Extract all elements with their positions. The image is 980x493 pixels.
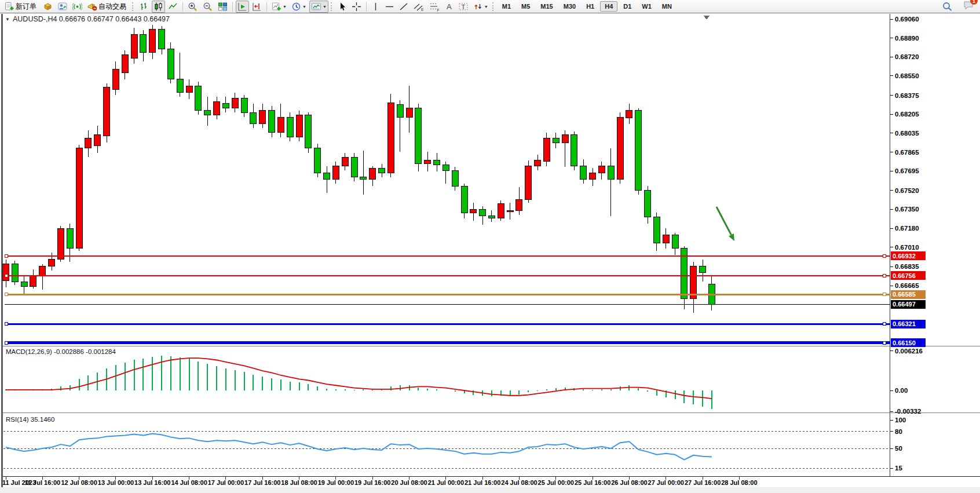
auto-scroll-button[interactable] [236,1,249,13]
fibonacci-button[interactable]: F [427,1,442,13]
candle [324,173,330,180]
autotrading-button[interactable]: 自动交易 [85,1,130,13]
macd-label: MACD(12,26,9) -0.002886 -0.001284 [6,348,116,355]
line-handle[interactable] [883,274,886,277]
price-label: 0.66756 [893,272,916,279]
new-order-button[interactable]: 新订单 [3,1,40,13]
candle [406,108,412,117]
toolbar-separator [266,2,267,12]
candle [287,117,293,137]
line-handle[interactable] [883,293,886,296]
line-handle[interactable] [5,341,8,344]
zoom-out-button[interactable] [201,1,215,13]
chart-collapse-icon[interactable]: ▼ [5,17,10,22]
indicators-button[interactable]: ▼ [270,1,288,13]
time-axis-label: 20 Jul 08:00 [391,479,427,486]
timeframe-button-m30[interactable]: M30 [559,1,580,12]
search-button[interactable] [940,1,955,13]
timeframe-button-m15[interactable]: M15 [536,1,557,12]
price-axis-label: 0.68205 [895,111,919,118]
line-handle[interactable] [5,274,8,277]
arrows-button[interactable]: ▼ [471,1,490,13]
cursor-button[interactable] [336,1,349,13]
zoom-in-button[interactable] [186,1,200,13]
arrow-tools-icon [473,2,483,12]
window-left-edge [1,14,3,487]
chevron-down-icon[interactable]: ▼ [323,5,327,9]
chart-canvas[interactable]: 0.690600.688900.687200.685500.683750.682… [0,0,980,493]
line-handle[interactable] [883,254,886,257]
candle [12,264,18,282]
trendline-button[interactable] [397,1,411,13]
community-button[interactable] [56,1,70,13]
macd-axis-label: 0.00 [895,387,908,394]
chevron-down-icon[interactable]: ▼ [484,5,488,9]
notification-badge[interactable]: 1 [970,0,978,5]
candle [277,117,284,133]
candle [663,235,669,243]
price-axis-label: 0.68720 [895,53,919,60]
line-handle[interactable] [883,323,886,326]
periods-button[interactable]: ▼ [290,1,308,13]
timeframe-button-mn[interactable]: MN [657,1,677,12]
candle [626,111,632,118]
toolbar-gripper[interactable] [331,2,334,11]
tile-windows-button[interactable] [216,1,229,13]
svg-text:E: E [421,8,424,12]
horizontal-line-button[interactable] [383,1,396,13]
chevron-down-icon[interactable]: ▼ [283,5,287,9]
line-handle[interactable] [5,293,8,296]
candle [177,79,183,93]
candle [434,160,440,165]
candle [332,166,339,180]
price-axis-label: 0.67520 [895,187,919,194]
notifications-button[interactable]: 1 [963,0,974,13]
time-axis-label: 11 Jul 16:00 [24,479,60,486]
candle [452,170,458,186]
candle [461,186,467,213]
price-axis-label: 0.66665 [895,282,919,289]
line-handle[interactable] [5,254,8,257]
candle [488,216,495,218]
text-button[interactable]: A [443,1,455,13]
candle [195,86,202,110]
price-label: 0.66150 [893,339,916,346]
candle [232,98,238,108]
time-axis-label: 13 Jul 16:00 [134,479,170,486]
market-depth-button[interactable] [41,1,54,13]
candle [259,111,266,124]
line-handle[interactable] [883,341,886,344]
crosshair-button[interactable] [350,1,363,13]
timeframe-button-d1[interactable]: D1 [619,1,636,12]
equidistant-channel-button[interactable]: E [412,1,426,13]
bar-chart-button[interactable] [137,1,151,13]
timeframe-button-m5[interactable]: M5 [517,1,535,12]
chart-shift-button[interactable] [250,1,264,13]
bottom-strip [0,487,980,493]
text-label-button[interactable]: T [456,1,470,13]
signals-button[interactable] [71,1,84,13]
candle [305,115,312,148]
time-axis-label: 27 Jul 16:00 [685,479,721,486]
line-chart-button[interactable] [166,1,180,13]
line-handle[interactable] [5,323,8,326]
text-icon: A [445,2,454,12]
rsi-label: RSI(14) 35.1460 [6,416,54,423]
toolbar-gripper[interactable] [492,2,495,11]
timeframe-button-h1[interactable]: H1 [582,1,599,12]
timeframe-button-m1[interactable]: M1 [498,1,515,12]
community-icon [57,2,68,12]
timeframe-button-w1[interactable]: W1 [637,1,656,12]
candlestick-chart-button[interactable] [152,1,165,13]
vertical-line-button[interactable] [370,1,382,13]
svg-text:A: A [447,2,452,11]
toolbar-gripper[interactable] [132,2,135,11]
templates-button[interactable]: ▼ [309,1,328,13]
horizontal-line-icon [385,2,394,12]
chevron-down-icon[interactable]: ▼ [302,5,306,9]
autotrading-label: 自动交易 [98,2,126,12]
price-axis-label: 0.66835 [895,263,919,270]
candle [3,264,9,281]
timeframe-button-h4[interactable]: H4 [600,1,617,12]
trendline-icon [399,2,409,12]
